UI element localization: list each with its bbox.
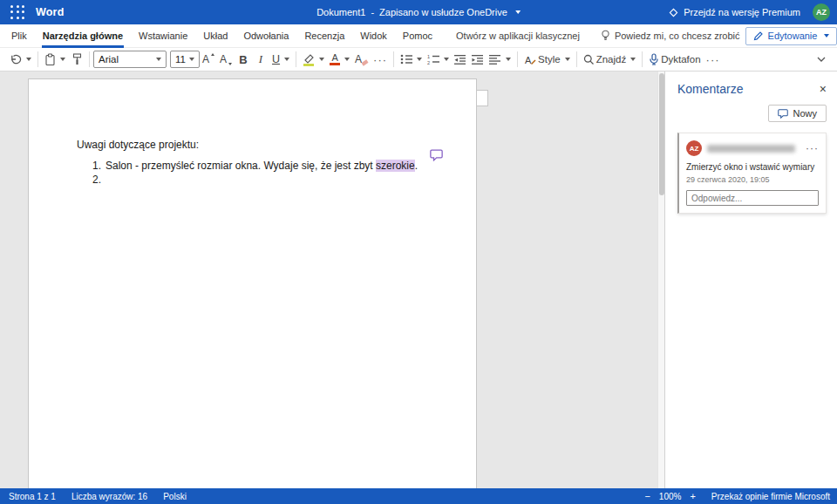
styles-button[interactable]: A Style <box>521 50 573 69</box>
chevron-down-icon <box>817 57 826 62</box>
main-area: Uwagi dotyczące projektu: 1. Salon - prz… <box>0 72 837 488</box>
text-highlight-button[interactable] <box>300 50 327 69</box>
undo-icon <box>10 54 22 65</box>
new-comment-button[interactable]: Nowy <box>768 105 827 122</box>
vertical-scrollbar[interactable] <box>657 72 664 488</box>
tab-pomoc[interactable]: Pomoc <box>395 24 440 48</box>
undo-button[interactable] <box>7 50 34 69</box>
tab-odwolania[interactable]: Odwołania <box>235 24 296 48</box>
more-ribbon-options-button[interactable]: ··· <box>704 50 723 69</box>
page-count-status[interactable]: Strona 1 z 1 <box>9 492 56 501</box>
word-online-app: Word Dokument1 - Zapisano w usłudze OneD… <box>0 0 837 504</box>
title-separator: - <box>371 7 374 17</box>
shrink-font-button[interactable]: A <box>217 50 235 69</box>
open-in-desktop-app-button[interactable]: Otwórz w aplikacji klasycznej <box>451 31 585 41</box>
lightbulb-icon <box>601 30 610 42</box>
document-canvas: Uwagi dotyczące projektu: 1. Salon - prz… <box>0 72 664 488</box>
underline-button[interactable]: U <box>269 50 292 69</box>
decrease-indent-button[interactable] <box>452 50 469 69</box>
clear-formatting-button[interactable]: A <box>352 50 371 69</box>
more-font-options-button[interactable]: ··· <box>371 50 390 69</box>
list-item[interactable]: 2. <box>77 173 459 187</box>
find-button[interactable]: Znajdź <box>581 50 639 69</box>
svg-text:1: 1 <box>427 54 430 59</box>
ribbon-toolbar: Arial 11 A A B I U A <box>0 48 837 72</box>
menu-bar: Plik Narzędzia główne Wstawianie Układ O… <box>0 24 837 48</box>
tab-narzedzia-glowne[interactable]: Narzędzia główne <box>35 24 131 48</box>
comment-date: 29 czerwca 2020, 19:05 <box>686 175 819 184</box>
eraser-icon <box>362 59 369 65</box>
numbered-list-icon: 12 <box>427 54 439 65</box>
paste-button[interactable] <box>42 50 68 69</box>
word-count-status[interactable]: Liczba wyrazów: 16 <box>71 492 147 501</box>
doc-intro-line[interactable]: Uwagi dotyczące projektu: <box>77 139 459 151</box>
bold-button[interactable]: B <box>235 50 252 69</box>
comment-card[interactable]: AZ ··· Zmierzyć okno i wstawić wymiary 2… <box>677 133 827 214</box>
styles-icon: A <box>524 54 536 65</box>
numbering-button[interactable]: 12 <box>425 50 452 69</box>
tab-uklad[interactable]: Układ <box>195 24 235 48</box>
tab-plik[interactable]: Plik <box>3 24 35 48</box>
chevron-down-icon <box>319 58 324 61</box>
font-name-combobox[interactable]: Arial <box>93 51 167 68</box>
document-title[interactable]: Dokument1 <box>316 7 365 17</box>
chevron-down-icon <box>189 58 194 61</box>
svg-text:2: 2 <box>427 60 430 65</box>
close-icon[interactable]: × <box>820 83 827 95</box>
bulleted-list-icon <box>400 54 412 65</box>
comment-more-options-button[interactable]: ··· <box>806 142 819 154</box>
dictate-button[interactable]: Dyktafon <box>646 50 703 69</box>
user-avatar[interactable]: AZ <box>813 3 830 21</box>
list-text[interactable]: Salon - przemyśleć rozmiar okna. Wydaje … <box>105 159 418 173</box>
font-color-button[interactable]: A <box>327 50 352 69</box>
font-size-combobox[interactable]: 11 <box>170 51 200 68</box>
tab-recenzja[interactable]: Recenzja <box>296 24 352 48</box>
chevron-down-icon <box>26 58 31 61</box>
document-page[interactable]: Uwagi dotyczące projektu: 1. Salon - prz… <box>28 78 477 488</box>
app-launcher-icon[interactable] <box>10 5 25 20</box>
doc-numbered-list: 1. Salon - przemyśleć rozmiar okna. Wyda… <box>77 159 459 187</box>
divider <box>517 51 518 67</box>
comment-anchor-icon[interactable] <box>430 149 443 161</box>
tab-wstawianie[interactable]: Wstawianie <box>131 24 195 48</box>
editing-mode-button[interactable]: Edytowanie <box>745 27 837 45</box>
tell-me-button[interactable]: Powiedz mi, co chcesz zrobić <box>595 30 745 42</box>
indent-icon <box>472 54 484 65</box>
chevron-down-icon <box>60 58 65 61</box>
divider <box>296 51 296 67</box>
chevron-down-icon <box>344 58 350 61</box>
top-bar: Word Dokument1 - Zapisano w usłudze OneD… <box>0 0 837 24</box>
chevron-down-icon <box>417 58 422 61</box>
zoom-out-button[interactable]: − <box>644 491 650 501</box>
comment-reply-input[interactable] <box>686 190 819 206</box>
alignment-button[interactable] <box>487 50 514 69</box>
premium-upgrade-link[interactable]: Przejdź na wersję Premium <box>669 7 800 17</box>
chevron-down-icon <box>824 34 829 37</box>
divider <box>37 51 38 67</box>
language-status[interactable]: Polski <box>163 492 187 501</box>
chevron-down-icon <box>156 58 161 61</box>
list-item[interactable]: 1. Salon - przemyśleć rozmiar okna. Wyda… <box>77 159 459 173</box>
premium-label: Przejdź na wersję Premium <box>684 7 800 17</box>
zoom-in-button[interactable]: + <box>690 491 695 501</box>
tab-widok[interactable]: Widok <box>352 24 395 48</box>
increase-indent-button[interactable] <box>469 50 487 69</box>
grow-font-button[interactable]: A <box>200 50 217 69</box>
format-painter-button[interactable] <box>68 50 85 69</box>
collapse-ribbon-button[interactable] <box>813 50 830 69</box>
page-edge-box <box>476 90 488 106</box>
comment-icon <box>778 109 788 119</box>
feedback-link[interactable]: Przekaż opinie firmie Microsoft <box>711 492 830 501</box>
caret-up-icon <box>211 53 214 56</box>
save-status[interactable]: Zapisano w usłudze OneDrive <box>379 7 507 17</box>
highlighter-icon <box>303 53 315 66</box>
italic-button[interactable]: I <box>252 50 269 69</box>
pencil-icon <box>753 31 764 41</box>
zoom-level[interactable]: 100% <box>659 492 682 501</box>
comment-highlighted-text[interactable]: szerokie <box>376 160 415 172</box>
scrollbar-thumb[interactable] <box>659 73 664 195</box>
align-icon <box>489 54 501 65</box>
bullets-button[interactable] <box>398 50 425 69</box>
chevron-down-icon <box>506 58 511 61</box>
document-title-group: Dokument1 - Zapisano w usłudze OneDrive <box>316 7 521 17</box>
